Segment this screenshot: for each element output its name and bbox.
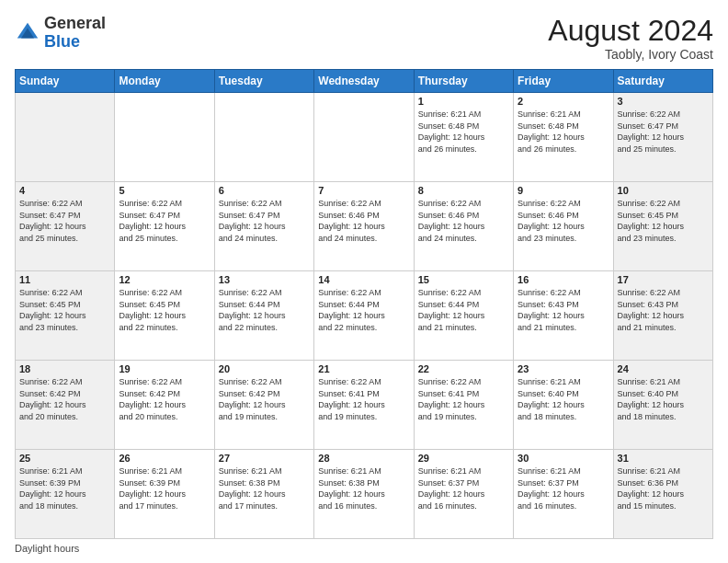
weekday-header-wednesday: Wednesday	[314, 70, 414, 93]
calendar-day-cell: 3Sunrise: 6:22 AM Sunset: 6:47 PM Daylig…	[613, 93, 712, 182]
day-info: Sunrise: 6:21 AM Sunset: 6:39 PM Dayligh…	[119, 465, 210, 511]
day-number: 19	[119, 363, 210, 374]
day-number: 10	[618, 185, 709, 196]
day-number: 26	[119, 453, 210, 464]
day-number: 13	[219, 274, 310, 285]
day-info: Sunrise: 6:22 AM Sunset: 6:41 PM Dayligh…	[318, 376, 409, 422]
calendar-day-cell: 6Sunrise: 6:22 AM Sunset: 6:47 PM Daylig…	[214, 182, 313, 271]
day-info: Sunrise: 6:22 AM Sunset: 6:47 PM Dayligh…	[618, 109, 709, 155]
calendar-day-cell: 26Sunrise: 6:21 AM Sunset: 6:39 PM Dayli…	[115, 450, 214, 539]
calendar-day-cell: 4Sunrise: 6:22 AM Sunset: 6:47 PM Daylig…	[16, 182, 115, 271]
daylight-hours-label: Daylight hours	[15, 543, 79, 554]
day-info: Sunrise: 6:22 AM Sunset: 6:42 PM Dayligh…	[19, 376, 110, 422]
day-info: Sunrise: 6:21 AM Sunset: 6:48 PM Dayligh…	[518, 109, 609, 155]
month-year: August 2024	[548, 15, 713, 47]
calendar-day-cell: 30Sunrise: 6:21 AM Sunset: 6:37 PM Dayli…	[514, 450, 613, 539]
calendar-day-cell: 16Sunrise: 6:22 AM Sunset: 6:43 PM Dayli…	[514, 271, 613, 361]
day-number: 12	[119, 274, 210, 285]
day-number: 20	[219, 363, 310, 374]
day-info: Sunrise: 6:21 AM Sunset: 6:48 PM Dayligh…	[418, 109, 509, 155]
calendar-day-cell: 9Sunrise: 6:22 AM Sunset: 6:46 PM Daylig…	[514, 182, 613, 271]
day-info: Sunrise: 6:21 AM Sunset: 6:38 PM Dayligh…	[219, 465, 310, 511]
logo-blue: Blue	[44, 32, 80, 51]
calendar-day-cell	[314, 93, 414, 182]
day-number: 18	[19, 363, 110, 374]
day-info: Sunrise: 6:21 AM Sunset: 6:40 PM Dayligh…	[518, 376, 609, 422]
day-info: Sunrise: 6:21 AM Sunset: 6:37 PM Dayligh…	[418, 465, 509, 511]
day-number: 16	[518, 274, 609, 285]
day-info: Sunrise: 6:22 AM Sunset: 6:46 PM Dayligh…	[318, 198, 409, 244]
day-number: 30	[518, 453, 609, 464]
location: Taobly, Ivory Coast	[548, 47, 713, 62]
day-number: 3	[618, 96, 709, 107]
weekday-header-sunday: Sunday	[16, 70, 115, 93]
day-info: Sunrise: 6:21 AM Sunset: 6:37 PM Dayligh…	[518, 465, 609, 511]
logo-icon	[15, 20, 40, 46]
calendar-day-cell: 12Sunrise: 6:22 AM Sunset: 6:45 PM Dayli…	[115, 271, 214, 361]
day-info: Sunrise: 6:22 AM Sunset: 6:47 PM Dayligh…	[119, 198, 210, 244]
day-info: Sunrise: 6:22 AM Sunset: 6:45 PM Dayligh…	[618, 198, 709, 244]
calendar-week-row: 4Sunrise: 6:22 AM Sunset: 6:47 PM Daylig…	[16, 182, 713, 271]
weekday-header-friday: Friday	[514, 70, 613, 93]
day-number: 31	[618, 453, 709, 464]
day-info: Sunrise: 6:22 AM Sunset: 6:43 PM Dayligh…	[518, 287, 609, 333]
calendar-day-cell: 5Sunrise: 6:22 AM Sunset: 6:47 PM Daylig…	[115, 182, 214, 271]
header: General Blue August 2024 Taobly, Ivory C…	[15, 15, 713, 62]
day-number: 4	[19, 185, 110, 196]
day-number: 11	[19, 274, 110, 285]
calendar-day-cell: 29Sunrise: 6:21 AM Sunset: 6:37 PM Dayli…	[414, 450, 513, 539]
day-number: 7	[318, 185, 409, 196]
calendar-day-cell: 28Sunrise: 6:21 AM Sunset: 6:38 PM Dayli…	[314, 450, 414, 539]
day-number: 29	[418, 453, 509, 464]
calendar-day-cell: 22Sunrise: 6:22 AM Sunset: 6:41 PM Dayli…	[414, 361, 513, 450]
calendar-day-cell	[115, 93, 214, 182]
day-info: Sunrise: 6:22 AM Sunset: 6:45 PM Dayligh…	[119, 287, 210, 333]
day-info: Sunrise: 6:22 AM Sunset: 6:42 PM Dayligh…	[119, 376, 210, 422]
day-info: Sunrise: 6:21 AM Sunset: 6:40 PM Dayligh…	[618, 376, 709, 422]
calendar-day-cell: 31Sunrise: 6:21 AM Sunset: 6:36 PM Dayli…	[613, 450, 712, 539]
calendar-day-cell: 8Sunrise: 6:22 AM Sunset: 6:46 PM Daylig…	[414, 182, 513, 271]
calendar-day-cell: 24Sunrise: 6:21 AM Sunset: 6:40 PM Dayli…	[613, 361, 712, 450]
day-number: 15	[418, 274, 509, 285]
title-block: August 2024 Taobly, Ivory Coast	[548, 15, 713, 62]
day-number: 24	[618, 363, 709, 374]
calendar-day-cell: 2Sunrise: 6:21 AM Sunset: 6:48 PM Daylig…	[514, 93, 613, 182]
weekday-header-tuesday: Tuesday	[214, 70, 313, 93]
day-number: 6	[219, 185, 310, 196]
day-info: Sunrise: 6:22 AM Sunset: 6:41 PM Dayligh…	[418, 376, 509, 422]
calendar-week-row: 11Sunrise: 6:22 AM Sunset: 6:45 PM Dayli…	[16, 271, 713, 361]
page: General Blue August 2024 Taobly, Ivory C…	[0, 0, 728, 563]
weekday-header-thursday: Thursday	[414, 70, 513, 93]
calendar-day-cell: 23Sunrise: 6:21 AM Sunset: 6:40 PM Dayli…	[514, 361, 613, 450]
day-info: Sunrise: 6:22 AM Sunset: 6:46 PM Dayligh…	[418, 198, 509, 244]
calendar-table: SundayMondayTuesdayWednesdayThursdayFrid…	[15, 69, 713, 539]
weekday-header-row: SundayMondayTuesdayWednesdayThursdayFrid…	[16, 70, 713, 93]
day-number: 28	[318, 453, 409, 464]
calendar-day-cell: 21Sunrise: 6:22 AM Sunset: 6:41 PM Dayli…	[314, 361, 414, 450]
logo-general: General	[44, 14, 106, 32]
day-info: Sunrise: 6:22 AM Sunset: 6:47 PM Dayligh…	[19, 198, 110, 244]
day-number: 22	[418, 363, 509, 374]
day-info: Sunrise: 6:22 AM Sunset: 6:44 PM Dayligh…	[418, 287, 509, 333]
day-info: Sunrise: 6:21 AM Sunset: 6:38 PM Dayligh…	[318, 465, 409, 511]
day-info: Sunrise: 6:22 AM Sunset: 6:42 PM Dayligh…	[219, 376, 310, 422]
calendar-day-cell: 11Sunrise: 6:22 AM Sunset: 6:45 PM Dayli…	[16, 271, 115, 361]
calendar-week-row: 18Sunrise: 6:22 AM Sunset: 6:42 PM Dayli…	[16, 361, 713, 450]
day-info: Sunrise: 6:22 AM Sunset: 6:47 PM Dayligh…	[219, 198, 310, 244]
day-number: 21	[318, 363, 409, 374]
calendar-day-cell: 19Sunrise: 6:22 AM Sunset: 6:42 PM Dayli…	[115, 361, 214, 450]
day-number: 8	[418, 185, 509, 196]
day-number: 5	[119, 185, 210, 196]
footer-note: Daylight hours	[15, 543, 713, 554]
day-info: Sunrise: 6:21 AM Sunset: 6:39 PM Dayligh…	[19, 465, 110, 511]
day-info: Sunrise: 6:22 AM Sunset: 6:44 PM Dayligh…	[219, 287, 310, 333]
calendar-day-cell: 20Sunrise: 6:22 AM Sunset: 6:42 PM Dayli…	[214, 361, 313, 450]
calendar-week-row: 1Sunrise: 6:21 AM Sunset: 6:48 PM Daylig…	[16, 93, 713, 182]
calendar-day-cell: 27Sunrise: 6:21 AM Sunset: 6:38 PM Dayli…	[214, 450, 313, 539]
calendar-day-cell: 10Sunrise: 6:22 AM Sunset: 6:45 PM Dayli…	[613, 182, 712, 271]
day-number: 25	[19, 453, 110, 464]
calendar-day-cell: 17Sunrise: 6:22 AM Sunset: 6:43 PM Dayli…	[613, 271, 712, 361]
calendar-day-cell: 1Sunrise: 6:21 AM Sunset: 6:48 PM Daylig…	[414, 93, 513, 182]
logo: General Blue	[15, 15, 106, 52]
calendar-day-cell: 15Sunrise: 6:22 AM Sunset: 6:44 PM Dayli…	[414, 271, 513, 361]
